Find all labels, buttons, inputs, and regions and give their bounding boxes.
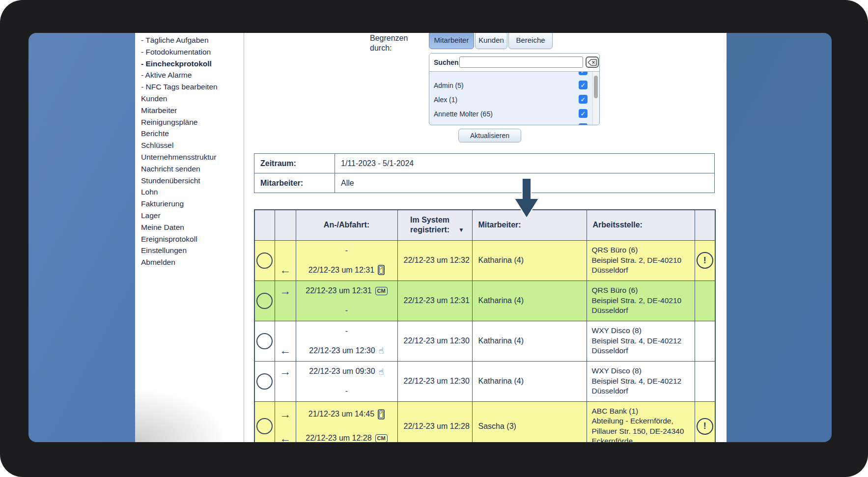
sidebar-item-mitarbeiter[interactable]: Mitarbeiter xyxy=(141,105,244,116)
zeitraum-label: Zeitraum: xyxy=(254,154,335,173)
sidebar-item-lohn[interactable]: Lohn xyxy=(141,186,244,198)
worksite-cell: WXY Disco (8) Beispiel Stra. 4, DE-40212… xyxy=(587,321,695,361)
table-row: → 22/12-23 um 12:31 CM - 22/12-23 um 12:… xyxy=(254,281,715,321)
search-input[interactable] xyxy=(459,56,583,68)
sidebar-item-abmelden[interactable]: Abmelden xyxy=(141,256,244,268)
registered-time: 22/12-23 um 12:28 xyxy=(397,401,472,442)
list-item-label: Annette Molter (65) xyxy=(434,110,493,118)
employee-name: Katharina (4) xyxy=(472,281,587,321)
arrow-out-icon: → xyxy=(280,285,291,297)
sidebar-item-fakturierung[interactable]: Fakturierung xyxy=(141,198,244,210)
list-scrollbar[interactable] xyxy=(592,72,599,125)
list-item: Admin (5) ✓ xyxy=(429,78,599,92)
worksite-line: Pillauer Str. 150, DE-24340 xyxy=(592,426,692,437)
worksite-line: Düsseldorf xyxy=(592,306,692,316)
sidebar-item-schluessel[interactable]: Schlüssel xyxy=(141,140,244,151)
main-content: Begrenzen durch: Mitarbeiter Kunden Bere… xyxy=(245,33,727,442)
summary-row-zeitraum: Zeitraum: 1/11-2023 - 5/1-2024 xyxy=(254,154,715,173)
employee-name: Katharina (4) xyxy=(472,321,587,361)
employee-checkbox[interactable]: ✓ xyxy=(579,109,588,118)
sidebar-item-fotodokumentation[interactable]: - Fotodokumentation xyxy=(141,46,244,58)
row-radio-button[interactable] xyxy=(256,293,273,309)
registered-time: 22/12-23 um 12:30 xyxy=(397,361,472,401)
screenshot-frame: - Tägliche Aufgaben - Fotodokumentation … xyxy=(0,0,868,477)
worksite-cell: WXY Disco (8) Beispiel Stra. 4, DE-40212… xyxy=(587,361,695,401)
list-item-label: Alex (1) xyxy=(434,96,457,104)
row-radio-button[interactable] xyxy=(256,373,273,390)
sidebar-item-kunden[interactable]: Kunden xyxy=(141,93,244,105)
tab-mitarbeiter[interactable]: Mitarbeiter xyxy=(429,33,474,49)
row-radio-button[interactable] xyxy=(256,418,273,434)
worksite-line: ABC Bank (1) xyxy=(592,406,692,417)
update-button[interactable]: Aktualisieren xyxy=(458,129,521,142)
arrival-time: 22/12-23 um 12:31 xyxy=(308,266,374,275)
warning-icon: ! xyxy=(697,252,713,269)
list-item: Alex (1) ✓ xyxy=(429,92,599,107)
checkin-table: An-/Abfahrt: Im System registriert: ▼ Mi… xyxy=(254,209,716,442)
sidebar-item-berichte[interactable]: Berichte xyxy=(141,128,244,140)
registered-time: 22/12-23 um 12:31 xyxy=(397,281,472,321)
worksite-cell: ABC Bank (1) Abteilung - Eckernförde, Pi… xyxy=(587,401,695,442)
sidebar-item-ereignisprotokoll[interactable]: Ereignisprotokoll xyxy=(141,233,244,245)
sidebar-item-aktive-alarme[interactable]: - Aktive Alarme xyxy=(141,69,244,81)
sidebar-item-unternehmensstruktur[interactable]: Unternehmensstruktur xyxy=(141,151,244,163)
clear-search-button[interactable] xyxy=(586,56,599,68)
worksite-line: QRS Büro (6) xyxy=(592,285,692,296)
sidebar-item-stundenuebersicht[interactable]: Stundenübersicht xyxy=(141,175,244,187)
table-row: ← - 22/12-23 um 12:31 22/12-23 xyxy=(254,240,715,281)
worksite-line: Abteilung - Eckernförde, xyxy=(592,416,692,426)
sidebar-item-einstellungen[interactable]: Einstellungen xyxy=(141,245,244,256)
worksite-line: Beispiel Stra. 4, DE-40212 xyxy=(592,336,692,346)
tab-bereiche[interactable]: Bereiche xyxy=(508,33,553,49)
header-im-system-label: Im System registriert: xyxy=(405,215,454,235)
scrollbar-thumb[interactable] xyxy=(594,76,598,98)
list-item-label: Ben (9) xyxy=(434,124,456,126)
table-row: → ← 21/12-23 um 14:45 22/12-23 um 12:28 xyxy=(254,401,715,442)
mitarbeiter-label: Mitarbeiter: xyxy=(254,173,335,193)
tab-kunden[interactable]: Kunden xyxy=(475,33,507,49)
arrival-time: 22/12-23 um 12:28 xyxy=(306,434,371,442)
employee-checkbox[interactable]: ✓ xyxy=(579,72,588,75)
sidebar-nav: - Tägliche Aufgaben - Fotodokumentation … xyxy=(135,33,244,442)
header-direction-col xyxy=(275,210,296,240)
row-radio-button[interactable] xyxy=(256,253,273,269)
desktop-wallpaper: - Tägliche Aufgaben - Fotodokumentation … xyxy=(28,33,832,442)
table-row: → 22/12-23 um 09:30 ☝ - 22/12-23 um 12:3… xyxy=(254,361,715,401)
sidebar-item-nfc-tags[interactable]: - NFC Tags bearbeiten xyxy=(141,81,244,93)
employee-checkbox[interactable]: ✓ xyxy=(579,81,588,89)
header-im-system[interactable]: Im System registriert: ▼ xyxy=(397,210,472,240)
worksite-line: Düsseldorf xyxy=(592,265,692,276)
arrow-out-icon: → xyxy=(280,409,291,420)
sidebar-item-nachricht-senden[interactable]: Nachricht senden xyxy=(141,163,244,175)
employee-checkbox[interactable]: ✓ xyxy=(579,123,588,125)
sort-desc-icon[interactable]: ▼ xyxy=(458,226,464,233)
mobile-phone-icon xyxy=(378,265,385,275)
search-row: Suchen: xyxy=(429,54,599,72)
departure-time: 21/12-23 um 14:45 xyxy=(308,410,374,419)
worksite-cell: QRS Büro (6) Beispiel Stra. 2, DE-40210 … xyxy=(587,281,695,321)
warning-icon: ! xyxy=(697,418,713,435)
sidebar-item-reinigungsplaene[interactable]: Reinigungspläne xyxy=(141,116,244,128)
summary-row-mitarbeiter: Mitarbeiter: Alle xyxy=(254,173,715,193)
summary-table: Zeitraum: 1/11-2023 - 5/1-2024 Mitarbeit… xyxy=(254,153,715,193)
departure-time: 22/12-23 um 09:30 xyxy=(309,367,375,376)
departure-time: - xyxy=(345,327,348,336)
arrow-in-icon: ← xyxy=(280,264,291,276)
sidebar-item-eincheckprotokoll[interactable]: - Eincheckprotokoll xyxy=(141,58,244,70)
employee-filter-panel: Suchen: ✓ xyxy=(429,53,600,125)
header-arbeitsstelle: Arbeitsstelle: xyxy=(587,210,695,240)
arrival-time: - xyxy=(345,387,348,395)
sidebar-item-meine-daten[interactable]: Meine Daten xyxy=(141,222,244,233)
limit-by-label: Begrenzen durch: xyxy=(370,33,415,53)
header-warning-col xyxy=(695,210,715,240)
employee-name: Katharina (4) xyxy=(472,361,587,401)
sidebar-item-taegliche-aufgaben[interactable]: - Tägliche Aufgaben xyxy=(141,34,244,46)
search-label: Suchen: xyxy=(434,58,461,66)
departure-time: 22/12-23 um 12:31 xyxy=(306,286,371,295)
arrow-in-icon: ← xyxy=(280,433,291,443)
app-window: - Tägliche Aufgaben - Fotodokumentation … xyxy=(135,33,727,442)
employee-checkbox[interactable]: ✓ xyxy=(579,95,588,104)
row-radio-button[interactable] xyxy=(256,333,273,349)
worksite-line: Beispiel Stra. 2, DE-40210 xyxy=(592,255,692,266)
sidebar-item-lager[interactable]: Lager xyxy=(141,210,244,222)
